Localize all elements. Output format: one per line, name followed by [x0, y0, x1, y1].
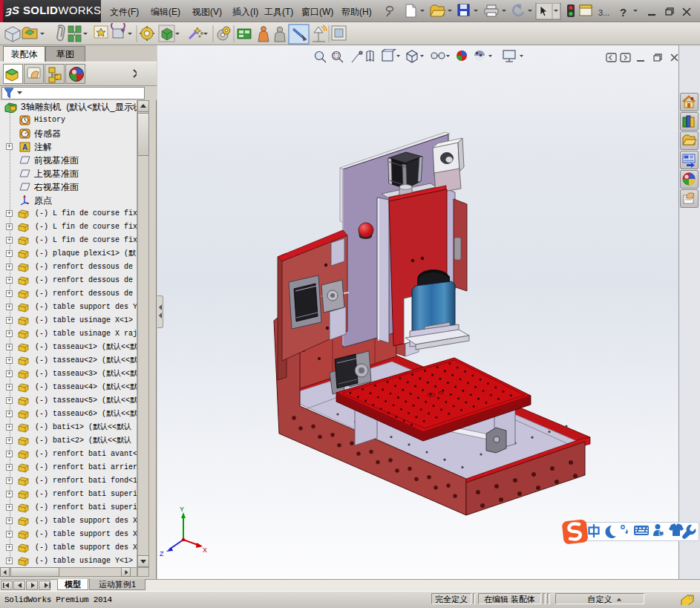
svg-text:?: ? [620, 6, 627, 19]
svg-text:3...: 3... [598, 8, 609, 17]
svg-text:A: A [22, 143, 27, 151]
svg-text:X: X [203, 546, 207, 554]
svg-text:Y: Y [180, 506, 184, 513]
svg-text:Z: Z [160, 550, 164, 558]
